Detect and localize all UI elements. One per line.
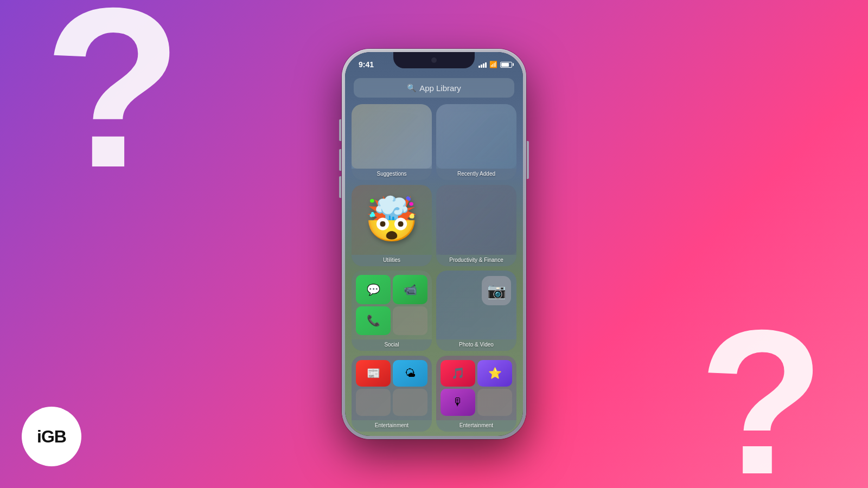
folder-productivity[interactable]: Productivity & Finance [436,185,516,266]
messages-icon: 💬 [356,275,391,304]
camera-app-icon: 📷 [482,276,511,305]
status-icons: 📶 [478,61,512,68]
igb-logo-text: iGB [37,427,66,447]
igb-logo: iGB [22,407,81,466]
folder-social[interactable]: 💬 📹 📞 Social [352,271,432,351]
phone-outer-frame: 9:41 📶 [342,49,526,439]
folder-suggestions[interactable]: Suggestions [352,104,432,180]
battery-icon [500,62,512,68]
news-icon: 📰 [356,360,391,387]
phone-icon: 📞 [356,306,391,336]
folder-social-content: 💬 📹 📞 [352,271,432,339]
folder-utilities-content: 🤯 [352,185,432,255]
app-grid: Suggestions Recently Added 🤯 [352,104,516,432]
social-extra-icon [393,306,427,336]
folder-photo-label: Photo & Video [436,339,516,351]
question-mark-bottom-right: ? [699,284,825,488]
folder-productivity-content [436,185,516,255]
podcasts-icon: 🎙 [441,389,475,416]
news-extra1-icon [356,389,391,416]
recently-added-thumb [436,104,516,169]
phone-screen: 9:41 📶 [345,52,523,436]
search-icon: 🔍 [407,84,416,92]
folder-productivity-label: Productivity & Finance [436,255,516,266]
folder-utilities[interactable]: 🤯 Utilities [352,185,432,266]
folder-utilities-label: Utilities [352,255,432,266]
folder-suggestions-content [352,104,432,169]
weather-icon: 🌤 [393,360,427,387]
folder-news-weather[interactable]: 📰 🌤 Entertainment [352,356,432,432]
status-time: 9:41 [359,60,374,69]
mind-blown-emoji: 🤯 [365,194,419,245]
folder-recently-added[interactable]: Recently Added [436,104,516,180]
folder-music-label: Entertainment [436,420,516,432]
folder-news-label: Entertainment [352,420,432,432]
phone-mockup: 9:41 📶 [342,49,526,439]
itunes-icon [477,389,512,416]
search-bar[interactable]: 🔍 App Library [354,78,514,98]
question-mark-top-left: ? [43,0,183,219]
facetime-icon: 📹 [393,275,427,304]
folder-recently-added-label: Recently Added [436,169,516,180]
music-icon: 🎵 [441,360,475,387]
search-placeholder: App Library [419,84,461,93]
folder-music-tv[interactable]: 🎵 ⭐ 🎙 Entertainment [436,356,516,432]
folder-news-content: 📰 🌤 [352,356,432,420]
folder-music-content: 🎵 ⭐ 🎙 [436,356,516,420]
phone-notch [393,52,475,68]
suggestions-thumb [352,104,432,169]
folder-photo-content: 📷 [436,271,516,339]
signal-icon [478,61,487,68]
news-extra2-icon [393,389,427,416]
folder-photo-video[interactable]: 📷 Photo & Video [436,271,516,351]
phone-inner: 9:41 📶 [345,52,523,436]
folder-recently-added-content [436,104,516,169]
tv-star-icon: ⭐ [477,360,512,387]
wifi-icon: 📶 [489,61,497,68]
camera-dot [431,57,437,63]
folder-social-label: Social [352,339,432,351]
productivity-thumb [436,185,516,255]
folder-suggestions-label: Suggestions [352,169,432,180]
